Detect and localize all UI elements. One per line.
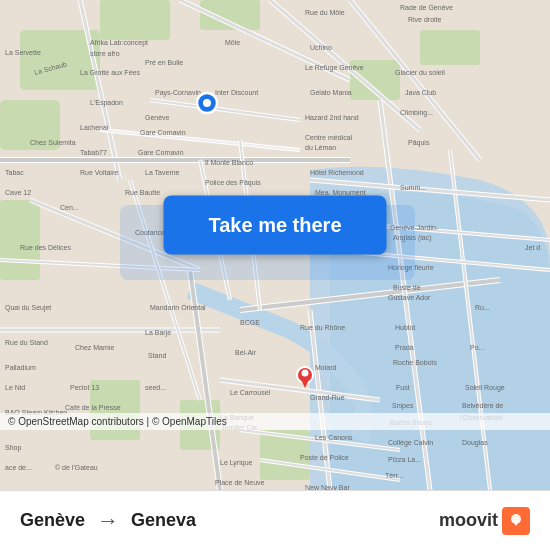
svg-text:Afrika Lab:concept: Afrika Lab:concept [90,39,148,47]
svg-text:BCGE: BCGE [240,319,260,326]
svg-text:du Léman: du Léman [305,144,336,151]
svg-text:Buste de: Buste de [393,284,421,291]
svg-text:Rue Voltaire: Rue Voltaire [80,169,118,176]
svg-rect-7 [420,30,480,65]
svg-text:Snipes: Snipes [392,402,414,410]
copyright-text: © OpenStreetMap contributors | © OpenMap… [8,416,227,427]
svg-text:Ru...: Ru... [475,304,490,311]
route-arrow: → [97,508,119,534]
svg-rect-5 [0,200,40,280]
svg-text:Stand: Stand [148,352,166,359]
svg-text:© de l'Gateau: © de l'Gateau [55,464,98,471]
svg-point-156 [203,99,211,107]
svg-text:Chez Mamie: Chez Mamie [75,344,114,351]
svg-text:Hazard 2nd hand: Hazard 2nd hand [305,114,359,121]
svg-text:La Taverne: La Taverne [145,169,180,176]
svg-text:Hublot: Hublot [395,324,415,331]
svg-text:La Grotte aux Fées: La Grotte aux Fées [80,69,140,76]
svg-text:Summ...: Summ... [400,184,426,191]
svg-text:Climbing...: Climbing... [400,109,433,117]
svg-text:Shop: Shop [5,444,21,452]
route-info: Genève → Geneva [20,508,196,534]
svg-text:Collège Calvin: Collège Calvin [388,439,433,447]
svg-text:seed...: seed... [145,384,166,391]
svg-text:Inter Discount: Inter Discount [215,89,258,96]
svg-text:Rue du Rhône: Rue du Rhône [300,324,345,331]
moovit-text: moovit [439,510,498,531]
svg-text:Cen...: Cen... [60,204,79,211]
svg-text:Pïzza La...: Pïzza La... [388,456,421,463]
svg-text:Hôtel Richemond: Hôtel Richemond [310,169,364,176]
svg-text:Les Canons: Les Canons [315,434,353,441]
bottom-bar: Genève → Geneva moovit [0,490,550,550]
svg-text:Gelato Mania: Gelato Mania [310,89,352,96]
svg-text:Police des Pâquis: Police des Pâquis [205,179,261,187]
svg-text:Rade de Genève: Rade de Genève [400,4,453,11]
svg-text:Cave 12: Cave 12 [5,189,31,196]
svg-text:Quai du Seujet: Quai du Seujet [5,304,51,312]
moovit-logo: moovit [439,507,530,535]
svg-text:Mandarin Oriental: Mandarin Oriental [150,304,206,311]
svg-text:Belvédère de: Belvédère de [462,402,503,409]
svg-text:Le Nid: Le Nid [5,384,25,391]
svg-text:Uchino: Uchino [310,44,332,51]
svg-text:Palladium: Palladium [5,364,36,371]
svg-rect-3 [100,0,170,40]
svg-text:Soleil Rouge: Soleil Rouge [465,384,505,392]
svg-text:Gustave Ador: Gustave Ador [388,294,431,301]
svg-text:Java Club: Java Club [405,89,436,96]
svg-text:Centre médical: Centre médical [305,134,353,141]
svg-text:Pays-Cornavin: Pays-Cornavin [155,89,201,97]
svg-text:Gare Cornavin: Gare Cornavin [138,149,184,156]
svg-text:Fust: Fust [396,384,410,391]
svg-text:Douglas: Douglas [462,439,488,447]
svg-text:Rue du Môle: Rue du Môle [305,9,345,16]
svg-text:Môle: Môle [225,39,240,46]
svg-point-159 [302,370,309,377]
svg-text:L'Espadon: L'Espadon [90,99,123,107]
svg-text:Rive droite: Rive droite [408,16,442,23]
svg-text:ace de...: ace de... [5,464,32,471]
svg-text:Gare Cornavin: Gare Cornavin [140,129,186,136]
moovit-icon [502,507,530,535]
svg-text:Rue du Stand: Rue du Stand [5,339,48,346]
svg-text:Grand-Rue: Grand-Rue [310,394,345,401]
svg-text:store afro: store afro [90,50,120,57]
svg-text:Jet d: Jet d [525,244,540,251]
svg-text:Genève: Genève [145,114,170,121]
svg-text:Tabab77: Tabab77 [80,149,107,156]
svg-text:Bel-Air: Bel-Air [235,349,257,356]
to-city: Geneva [131,510,196,531]
svg-text:Rue Bautte: Rue Bautte [125,189,160,196]
svg-text:La Servette: La Servette [5,49,41,56]
svg-text:Térr...: Térr... [385,472,403,479]
svg-text:Poste de Police: Poste de Police [300,454,349,461]
svg-text:Le Carrousel: Le Carrousel [230,389,271,396]
svg-text:Place de Neuve: Place de Neuve [215,479,265,486]
svg-text:Peclot 13: Peclot 13 [70,384,99,391]
svg-text:Molard: Molard [315,364,337,371]
svg-text:Rue des Délices: Rue des Délices [20,244,71,251]
svg-text:Café de la Presse: Café de la Presse [65,404,121,411]
svg-text:Pâquis: Pâquis [408,139,430,147]
take-me-there-button[interactable]: Take me there [163,196,386,255]
svg-text:Il Monte Blanco: Il Monte Blanco [205,159,253,166]
svg-text:Prada: Prada [395,344,414,351]
svg-text:Lachenai: Lachenai [80,124,109,131]
svg-text:Glacier du soleil: Glacier du soleil [395,69,445,76]
svg-text:Tabac: Tabac [5,169,24,176]
map-container: La Schaub La Servette Chez Sulemita Taba… [0,0,550,490]
from-city: Genève [20,510,85,531]
svg-text:Pré en Bulle: Pré en Bulle [145,59,183,66]
svg-text:Le Lyrique: Le Lyrique [220,459,253,467]
svg-text:Le Refuge Genève: Le Refuge Genève [305,64,364,72]
copyright-bar: © OpenStreetMap contributors | © OpenMap… [0,413,550,430]
svg-text:Po...: Po... [470,344,484,351]
svg-text:Roche Boboïs: Roche Boboïs [393,359,437,366]
svg-text:La Barje: La Barje [145,329,171,337]
svg-text:Chez Sulemita: Chez Sulemita [30,139,76,146]
